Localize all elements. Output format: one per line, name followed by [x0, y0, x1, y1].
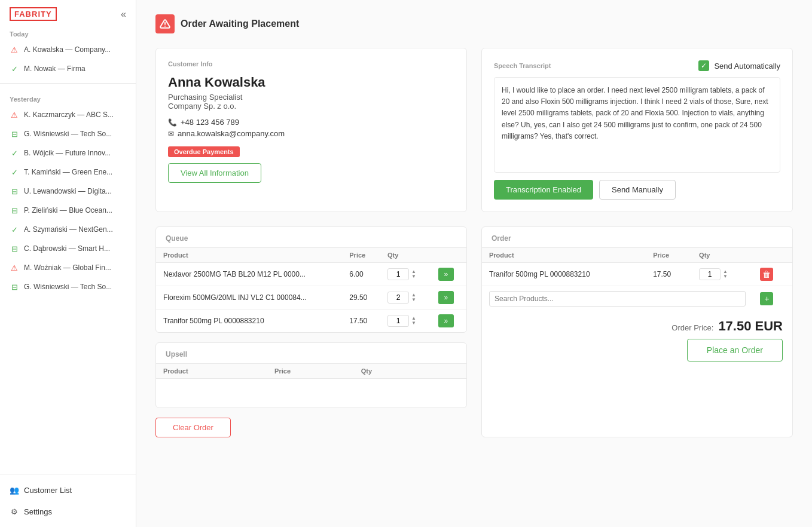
- qty-arrows: ▲ ▼: [411, 293, 416, 302]
- upsell-col-product: Product: [156, 364, 267, 379]
- queue-action-0: »: [431, 263, 466, 286]
- yesterday-label: Yesterday: [0, 88, 136, 105]
- sidebar-item-wisniewskig2[interactable]: ⊟ G. Wiśniewski — Tech So...: [0, 277, 136, 296]
- order-search-row: +: [482, 286, 792, 312]
- chat-icon: ⊟: [10, 206, 19, 215]
- product-search-input[interactable]: [489, 291, 746, 307]
- warning-icon: ⚠: [10, 110, 19, 120]
- place-order-button[interactable]: Place an Order: [687, 339, 783, 361]
- queue-col-price: Price: [342, 248, 380, 263]
- top-columns: Customer Info Anna Kowalska Purchasing S…: [155, 48, 793, 212]
- customer-email-row: ✉ anna.kowalska@company.com: [168, 129, 454, 138]
- qty-down[interactable]: ▼: [411, 298, 416, 302]
- sidebar-item-kowalska[interactable]: ⚠ A. Kowalska — Company...: [0, 40, 136, 59]
- send-manually-button[interactable]: Send Manually: [599, 180, 676, 200]
- customer-role: Purchasing Specialist: [168, 93, 454, 102]
- transcription-enabled-button[interactable]: Transcription Enabled: [494, 180, 593, 200]
- add-to-order-button[interactable]: »: [438, 291, 454, 304]
- order-col-action: [753, 248, 792, 263]
- sidebar-item-szymanski[interactable]: ✓ A. Szymański — NextGen...: [0, 220, 136, 239]
- qty-cell: ▲ ▼: [699, 268, 746, 280]
- overdue-badge: Overdue Payments: [168, 146, 240, 157]
- customer-company: Company Sp. z o.o.: [168, 102, 454, 111]
- email-icon: ✉: [168, 130, 174, 138]
- upsell-col-price: Price: [267, 364, 354, 379]
- qty-cell: ▲ ▼: [387, 268, 424, 280]
- sidebar: FABRITY « Today ⚠ A. Kowalska — Company.…: [0, 0, 136, 527]
- upsell-col-action: [426, 364, 466, 379]
- queue-col-product: Product: [156, 248, 342, 263]
- sidebar-item-dabrowski[interactable]: ⊟ C. Dąbrowski — Smart H...: [0, 239, 136, 258]
- sidebar-item-lewandowski[interactable]: ⊟ U. Lewandowski — Digita...: [0, 182, 136, 201]
- queue-price-2: 17.50: [342, 310, 380, 333]
- qty-down[interactable]: ▼: [411, 321, 416, 326]
- sidebar-item-label: G. Wiśniewski — Tech So...: [24, 283, 112, 291]
- alert-icon: [155, 14, 175, 33]
- sidebar-item-label: M. Woźniak — Global Fin...: [24, 264, 111, 272]
- table-row: Tranifor 500mg PL 0000883210 17.50 ▲ ▼: [482, 263, 792, 286]
- sidebar-items-container: Today ⚠ A. Kowalska — Company... ✓ M. No…: [0, 23, 136, 474]
- queue-col-action: [431, 248, 466, 263]
- qty-down[interactable]: ▼: [411, 274, 416, 279]
- clear-order-button[interactable]: Clear Order: [155, 418, 231, 437]
- qty-input[interactable]: [387, 315, 409, 327]
- sidebar-collapse-btn[interactable]: «: [121, 9, 126, 20]
- chat-icon: ⊟: [10, 129, 19, 139]
- sidebar-item-wojcik[interactable]: ✓ B. Wójcik — Future Innov...: [0, 143, 136, 163]
- speech-actions: Transcription Enabled Send Manually: [494, 180, 780, 200]
- main-content: Order Awaiting Placement Customer Info A…: [136, 0, 812, 527]
- remove-order-item-button[interactable]: 🗑: [760, 268, 773, 281]
- sidebar-item-label: B. Wójcik — Future Innov...: [24, 149, 111, 157]
- add-product-button[interactable]: +: [760, 292, 773, 305]
- left-column: Queue Product Price Qty Nexlavor 2500MG …: [155, 226, 467, 437]
- order-remove-0: 🗑: [753, 263, 792, 286]
- queue-qty-0: ▲ ▼: [380, 263, 431, 286]
- queue-product-2: Tranifor 500mg PL 0000883210: [156, 310, 342, 333]
- add-to-order-button[interactable]: »: [438, 314, 454, 327]
- customer-list-label: Customer List: [24, 486, 72, 495]
- qty-down[interactable]: ▼: [723, 274, 728, 279]
- chat-icon: ⊟: [10, 244, 19, 253]
- send-auto-checkbox[interactable]: ✓: [698, 60, 709, 71]
- queue-price-1: 29.50: [342, 286, 380, 310]
- sidebar-item-wozniak[interactable]: ⚠ M. Woźniak — Global Fin...: [0, 258, 136, 277]
- queue-section: Queue Product Price Qty Nexlavor 2500MG …: [155, 226, 467, 333]
- sidebar-item-label: A. Kowalska — Company...: [24, 45, 111, 54]
- customer-email: anna.kowalska@company.com: [178, 129, 285, 138]
- app-logo: FABRITY: [10, 7, 57, 21]
- sidebar-item-kaczmarczyk[interactable]: ⚠ K. Kaczmarczyk — ABC S...: [0, 105, 136, 124]
- queue-price-0: 6.00: [342, 263, 380, 286]
- add-to-order-button[interactable]: »: [438, 268, 454, 281]
- upsell-title: Upsell: [156, 343, 466, 363]
- order-awaiting-header: Order Awaiting Placement: [155, 14, 793, 33]
- order-price-0: 17.50: [646, 263, 692, 286]
- sidebar-item-customer-list[interactable]: 👥 Customer List: [0, 479, 136, 501]
- upsell-table: Product Price Qty: [156, 363, 466, 407]
- customers-icon: 👥: [10, 485, 19, 495]
- customer-phone: +48 123 456 789: [181, 118, 239, 127]
- order-qty-input[interactable]: [699, 268, 721, 280]
- sidebar-item-wisniewskig[interactable]: ⊟ G. Wiśniewski — Tech So...: [0, 124, 136, 143]
- order-qty-0: ▲ ▼: [692, 263, 753, 286]
- check-icon: ✓: [10, 148, 19, 158]
- sidebar-item-zielinski[interactable]: ⊟ P. Zieliński — Blue Ocean...: [0, 201, 136, 220]
- table-row: Nexlavor 2500MG TAB BL20 M12 PL 0000... …: [156, 263, 466, 286]
- qty-cell: ▲ ▼: [387, 315, 424, 327]
- settings-icon: ⚙: [10, 507, 19, 516]
- clear-order-area: Clear Order: [155, 418, 467, 437]
- order-price-label: Order Price:: [671, 323, 713, 332]
- upsell-col-qty: Qty: [354, 364, 426, 379]
- order-col-qty: Qty: [692, 248, 753, 263]
- qty-input[interactable]: [387, 268, 409, 280]
- sidebar-item-label: G. Wiśniewski — Tech So...: [24, 130, 112, 138]
- sidebar-item-settings[interactable]: ⚙ Settings: [0, 501, 136, 522]
- customer-name: Anna Kowalska: [168, 75, 454, 90]
- order-col-product: Product: [482, 248, 646, 263]
- view-all-information-button[interactable]: View All Information: [168, 163, 261, 183]
- queue-table: Product Price Qty Nexlavor 2500MG TAB BL…: [156, 247, 466, 332]
- qty-input[interactable]: [387, 292, 409, 304]
- order-price-row: Order Price: 17.50 EUR: [482, 311, 792, 339]
- sidebar-item-kaminski[interactable]: ✓ T. Kamiński — Green Ene...: [0, 163, 136, 182]
- sidebar-item-nowak[interactable]: ✓ M. Nowak — Firma: [0, 59, 136, 78]
- chat-icon: ⊟: [10, 186, 19, 196]
